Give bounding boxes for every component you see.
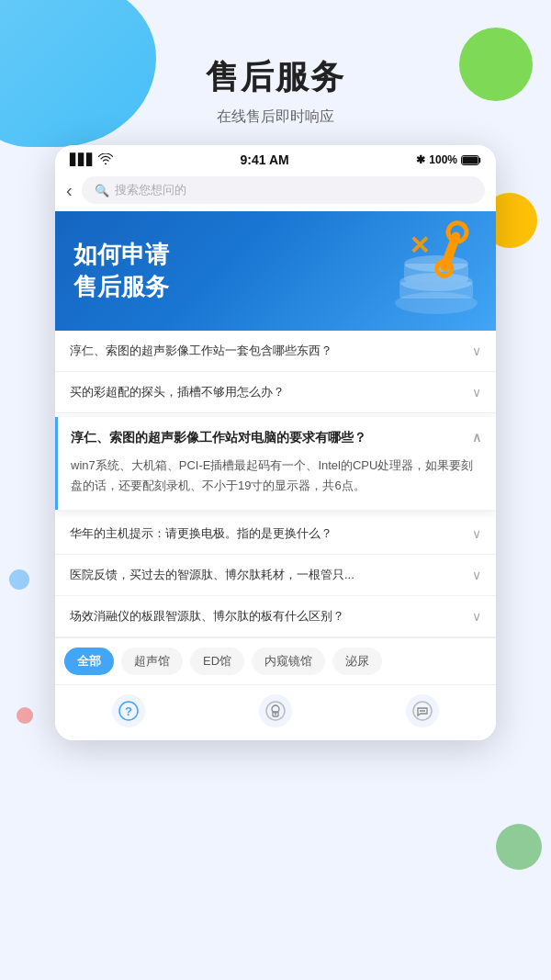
chevron-down-icon-4: ∨ <box>472 526 481 541</box>
wifi-icon <box>98 153 113 167</box>
faq-item-3[interactable]: 淳仁、索图的超声影像工作站对电脑的要求有哪些？ ∧ win7系统、大机箱、PCI… <box>55 417 496 509</box>
chevron-down-icon-5: ∨ <box>472 568 481 582</box>
faq-list: 淳仁、索图的超声影像工作站一套包含哪些东西？ ∨ 买的彩超配的探头，插槽不够用怎… <box>55 331 496 637</box>
banner-line1: 如何申请 <box>73 239 169 271</box>
status-time: 9:41 AM <box>241 152 289 167</box>
svg-point-18 <box>420 710 422 712</box>
bluetooth-icon: ✱ <box>416 153 425 166</box>
faq-answer-3: win7系统、大机箱、PCI-E插槽最起码有一个、Intel的CPU处理器，如果… <box>71 456 481 496</box>
signal-icon: ▋▋▋ <box>70 153 95 166</box>
nav-chat-button[interactable] <box>406 694 439 727</box>
tab-ed[interactable]: ED馆 <box>190 648 244 675</box>
battery-percent: 100% <box>429 153 457 166</box>
status-bar: ▋▋▋ 9:41 AM ✱ 100% <box>55 145 496 171</box>
banner-graphic: ✕ <box>377 216 487 325</box>
bg-dot-blue-left <box>9 569 29 590</box>
chevron-down-icon-2: ∨ <box>472 385 481 400</box>
faq-question-4: 华年的主机提示：请更换电极。指的是更换什么？ <box>70 525 472 542</box>
help-icon-circle: ? <box>112 694 145 727</box>
svg-point-8 <box>445 220 469 244</box>
category-tabs: 全部 超声馆 ED馆 内窥镜馆 泌尿 <box>55 637 496 684</box>
search-input-box[interactable]: 🔍 搜索您想问的 <box>82 176 485 204</box>
faq-item-3-expanded-container: 淳仁、索图的超声影像工作站对电脑的要求有哪些？ ∧ win7系统、大机箱、PCI… <box>55 417 496 509</box>
tab-ultrasound[interactable]: 超声馆 <box>121 648 183 675</box>
svg-point-19 <box>422 710 423 712</box>
bg-dot-green-right <box>496 824 542 870</box>
page-subtitle: 在线售后即时响应 <box>0 107 551 127</box>
svg-point-16 <box>275 714 276 715</box>
nav-help-button[interactable]: ? <box>112 694 145 727</box>
banner-line2: 售后服务 <box>73 271 169 303</box>
faq-question-text-3: 淳仁、索图的超声影像工作站对电脑的要求有哪些？ <box>71 430 366 446</box>
tab-all[interactable]: 全部 <box>64 648 114 675</box>
faq-item-1[interactable]: 淳仁、索图的超声影像工作站一套包含哪些东西？ ∨ <box>55 331 496 372</box>
svg-text:✕: ✕ <box>409 231 430 260</box>
search-bar-row: ‹ 🔍 搜索您想问的 <box>55 171 496 211</box>
chevron-up-icon-3: ∧ <box>472 430 481 445</box>
phone-mockup: ▋▋▋ 9:41 AM ✱ 100% <box>55 145 496 740</box>
signal-area: ▋▋▋ <box>70 153 113 167</box>
faq-question-5: 医院反馈，买过去的智源肽、博尔肽耗材，一根管只... <box>70 567 472 583</box>
faq-question-2: 买的彩超配的探头，插槽不够用怎么办？ <box>70 384 472 400</box>
svg-rect-1 <box>463 156 478 163</box>
chevron-down-icon-1: ∨ <box>472 344 481 358</box>
svg-point-13 <box>266 702 285 720</box>
search-icon: 🔍 <box>95 184 109 197</box>
search-placeholder-text: 搜索您想问的 <box>115 182 186 198</box>
banner-text: 如何申请 售后服务 <box>73 239 169 303</box>
faq-item-6[interactable]: 场效消融仪的板跟智源肽、博尔肽的板有什么区别？ ∨ <box>55 596 496 637</box>
security-icon-circle <box>259 694 292 727</box>
header-area: 售后服务 在线售后即时响应 <box>0 0 551 145</box>
battery-area: ✱ 100% <box>416 153 481 166</box>
battery-icon <box>461 155 481 165</box>
chat-icon-circle <box>406 694 439 727</box>
svg-text:?: ? <box>125 704 132 718</box>
tab-urology[interactable]: 泌尿 <box>332 648 382 675</box>
faq-question-6: 场效消融仪的板跟智源肽、博尔肽的板有什么区别？ <box>70 608 472 625</box>
back-button[interactable]: ‹ <box>66 180 73 201</box>
bg-dot-red-left <box>17 707 33 724</box>
faq-item-2[interactable]: 买的彩超配的探头，插槽不够用怎么办？ ∨ <box>55 372 496 413</box>
banner: 如何申请 售后服务 ✕ <box>55 211 496 331</box>
faq-question-1: 淳仁、索图的超声影像工作站一套包含哪些东西？ <box>70 343 472 359</box>
page-title: 售后服务 <box>0 55 551 100</box>
svg-point-20 <box>423 710 425 712</box>
tab-endoscope[interactable]: 内窥镜馆 <box>252 648 325 675</box>
chevron-down-icon-6: ∨ <box>472 609 481 624</box>
nav-security-button[interactable] <box>259 694 292 727</box>
faq-item-5[interactable]: 医院反馈，买过去的智源肽、博尔肽耗材，一根管只... ∨ <box>55 555 496 596</box>
faq-item-4[interactable]: 华年的主机提示：请更换电极。指的是更换什么？ ∨ <box>55 513 496 555</box>
faq-expanded-question-3: 淳仁、索图的超声影像工作站对电脑的要求有哪些？ ∧ <box>71 430 481 446</box>
bottom-nav: ? <box>55 684 496 740</box>
